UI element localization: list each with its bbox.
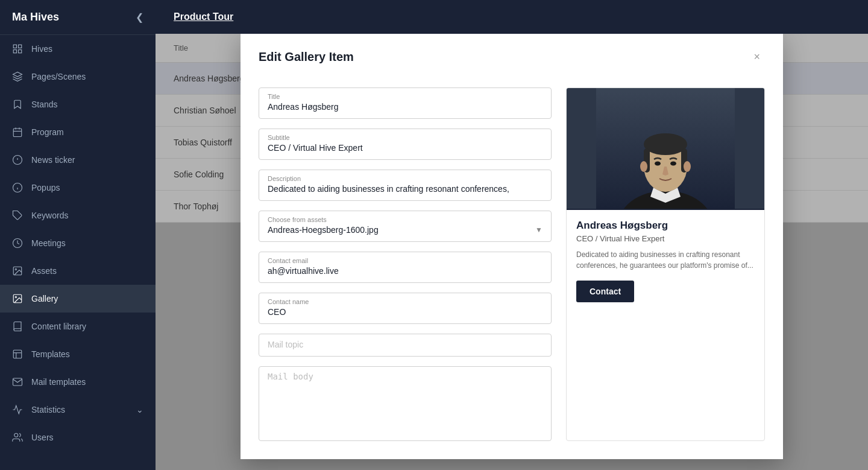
svg-point-30 <box>644 133 687 155</box>
title-field: Title <box>259 87 552 119</box>
sidebar-item-assets[interactable]: Assets <box>0 257 156 285</box>
photo-icon <box>12 293 23 304</box>
contact-name-label: Contact name <box>268 298 542 305</box>
svg-point-24 <box>14 433 18 437</box>
mail-icon <box>12 376 23 387</box>
preview-card: Andreas Høgsberg CEO / Virtual Hive Expe… <box>566 87 765 441</box>
sidebar-item-label-pages: Pages/Scenes <box>31 72 86 81</box>
contact-email-label: Contact email <box>268 257 542 264</box>
mail-topic-input[interactable] <box>268 340 542 349</box>
svg-rect-3 <box>19 50 22 53</box>
asset-field: Choose from assets Andreas-Hoegsberg-160… <box>259 211 552 242</box>
svg-rect-21 <box>13 350 22 358</box>
sidebar-item-label-statistics: Statistics <box>31 405 65 414</box>
sidebar-item-hives[interactable]: Hives <box>0 35 156 63</box>
background-content: Title Andreas Høgsberg Christian Søhoel … <box>156 34 868 470</box>
sidebar-item-news-ticker[interactable]: News ticker <box>0 146 156 174</box>
chart-icon <box>12 404 23 415</box>
contact-email-input[interactable] <box>268 266 542 276</box>
preview-name: Andreas Høgsberg <box>576 220 755 232</box>
sidebar-item-label-program: Program <box>31 127 64 137</box>
bookmark-icon <box>12 99 23 110</box>
grid-icon <box>12 43 23 54</box>
sidebar-item-label-popups: Popups <box>31 183 60 192</box>
contact-email-field: Contact email <box>259 252 552 283</box>
subtitle-field: Subtitle <box>259 129 552 160</box>
sidebar-item-label-gallery: Gallery <box>31 294 58 303</box>
asset-field-label: Choose from assets <box>268 216 542 223</box>
svg-rect-0 <box>13 45 16 48</box>
modal-body: Title Subtitle Description Choos <box>241 75 783 459</box>
book-icon <box>12 321 23 332</box>
contact-name-field: Contact name <box>259 293 552 324</box>
sidebar-item-program[interactable]: Program <box>0 118 156 146</box>
layout-icon <box>12 349 23 360</box>
svg-point-18 <box>15 268 16 270</box>
edit-gallery-item-modal: Edit Gallery Item × Title Subtitle <box>241 34 783 459</box>
sidebar-item-keywords[interactable]: Keywords <box>0 202 156 229</box>
image-icon <box>12 265 23 276</box>
mail-topic-field <box>259 334 552 357</box>
modal-form: Title Subtitle Description Choos <box>259 87 552 441</box>
sidebar-item-templates[interactable]: Templates <box>0 340 156 368</box>
clock-icon <box>12 238 23 249</box>
sidebar-item-label-users: Users <box>31 433 54 442</box>
sidebar-item-label-keywords: Keywords <box>31 211 68 220</box>
svg-point-36 <box>684 161 691 172</box>
svg-marker-4 <box>13 72 22 77</box>
info-icon <box>12 182 23 193</box>
sidebar-item-pages-scenes[interactable]: Pages/Scenes <box>0 63 156 91</box>
svg-point-33 <box>655 162 661 166</box>
topbar: Product Tour <box>156 0 868 34</box>
preview-card-body: Andreas Høgsberg CEO / Virtual Hive Expe… <box>567 209 764 312</box>
description-field: Description <box>259 170 552 201</box>
sidebar-item-meetings[interactable]: Meetings <box>0 229 156 257</box>
users-icon <box>12 432 23 443</box>
svg-rect-2 <box>13 50 16 53</box>
mail-body-field <box>259 366 552 441</box>
modal-header: Edit Gallery Item × <box>241 34 783 75</box>
sidebar-item-label-hives: Hives <box>31 44 52 54</box>
sidebar-item-popups[interactable]: Popups <box>0 174 156 202</box>
mail-body-textarea[interactable] <box>268 372 542 432</box>
alert-icon <box>12 154 23 165</box>
calendar-icon <box>12 127 23 138</box>
modal-close-button[interactable]: × <box>749 48 765 66</box>
asset-select[interactable]: Andreas-Hoegsberg-1600.jpg <box>268 225 542 235</box>
sidebar-item-statistics[interactable]: Statistics ⌄ <box>0 396 156 424</box>
sidebar-item-gallery[interactable]: Gallery <box>0 285 156 313</box>
topbar-title: Product Tour <box>174 11 233 22</box>
sidebar-item-mail-templates[interactable]: Mail templates <box>0 368 156 396</box>
subtitle-input[interactable] <box>268 143 542 153</box>
svg-point-20 <box>15 296 16 297</box>
sidebar-item-label-mail: Mail templates <box>31 377 86 387</box>
modal-title: Edit Gallery Item <box>259 50 354 64</box>
svg-point-35 <box>640 161 647 172</box>
title-input[interactable] <box>268 102 542 112</box>
tag-icon <box>12 210 23 221</box>
subtitle-field-label: Subtitle <box>268 134 542 141</box>
preview-subtitle: CEO / Virtual Hive Expert <box>576 234 755 243</box>
sidebar-item-label-templates: Templates <box>31 349 70 359</box>
preview-contact-button[interactable]: Contact <box>576 281 634 302</box>
svg-point-34 <box>670 162 676 166</box>
description-input[interactable] <box>268 184 542 194</box>
sidebar-item-label-news: News ticker <box>31 155 75 165</box>
sidebar: Ma Hives ❮ Hives Pages/Scenes Stands Pro… <box>0 0 156 470</box>
sidebar-item-label-content: Content library <box>31 322 86 331</box>
contact-name-input[interactable] <box>268 307 542 317</box>
preview-portrait-svg <box>596 88 735 209</box>
svg-rect-1 <box>19 45 22 48</box>
sidebar-item-stands[interactable]: Stands <box>0 91 156 118</box>
preview-description: Dedicated to aiding businesses in crafti… <box>576 249 755 271</box>
statistics-arrow-icon: ⌄ <box>136 405 143 414</box>
sidebar-collapse-button[interactable]: ❮ <box>136 11 143 23</box>
sidebar-item-label-stands: Stands <box>31 100 58 109</box>
sidebar-item-label-meetings: Meetings <box>31 238 66 248</box>
sidebar-item-users[interactable]: Users <box>0 424 156 451</box>
sidebar-logo: Ma Hives <box>12 11 59 24</box>
description-field-label: Description <box>268 175 542 182</box>
preview-image <box>567 88 764 209</box>
sidebar-item-content-library[interactable]: Content library <box>0 313 156 340</box>
sidebar-header: Ma Hives ❮ <box>0 0 156 35</box>
